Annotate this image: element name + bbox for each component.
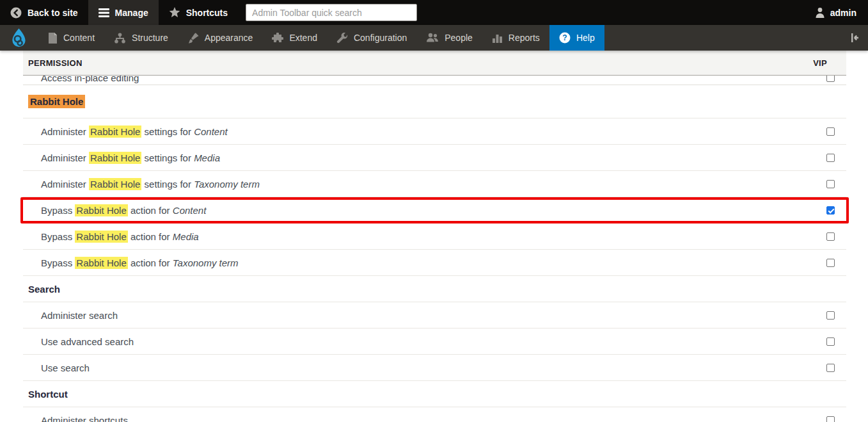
menu-spacer [604,25,837,51]
menu-item-extend[interactable]: Extend [262,25,327,51]
permission-row: Administer Rabbit Hole settings for Taxo… [23,171,846,197]
menu-item-appearance[interactable]: Appearance [178,25,263,51]
user-icon [815,7,825,18]
menu-item-configuration[interactable]: Configuration [327,25,416,51]
back-to-site-button[interactable]: Back to site [0,0,88,25]
checkbox-cell [826,76,835,82]
manage-tab[interactable]: Manage [88,0,159,25]
row-label: Bypass Rabbit Hole action for Media [41,231,199,242]
user-menu[interactable]: admin [803,0,868,25]
vip-permission-checkbox[interactable] [826,364,835,372]
menu-item-label: People [445,33,473,43]
row-label: Use advanced search [41,336,134,347]
menu-item-label: Extend [289,33,317,43]
vip-permission-checkbox[interactable] [826,154,835,162]
menu-item-help[interactable]: ?Help [549,25,604,51]
permission-row: Bypass Rabbit Hole action for Media [23,223,846,250]
permission-row: Use search [23,355,846,381]
vip-permission-checkbox[interactable] [826,311,835,320]
row-label: Search [28,284,60,295]
permission-row: Bypass Rabbit Hole action for Taxonomy t… [23,250,846,276]
toolbar-collapse-icon[interactable] [837,25,868,51]
menu-item-structure[interactable]: Structure [104,25,178,51]
vip-permission-checkbox[interactable] [826,232,835,241]
username-label: admin [830,8,856,18]
find-highlight: Rabbit Hole [75,257,127,269]
row-label: Administer Rabbit Hole settings for Cont… [41,126,228,137]
vip-permission-checkbox[interactable] [826,259,835,267]
file-icon [48,33,58,44]
menu-item-label: Appearance [205,33,253,43]
permission-row: Administer Rabbit Hole settings for Cont… [23,118,846,145]
row-label: Use search [41,362,90,373]
vip-permission-checkbox[interactable] [826,416,835,422]
permission-row: Administer shortcuts [23,407,846,422]
section-row: Rabbit Hole [23,85,846,118]
checkbox-cell [826,206,835,215]
table-header: PERMISSION VIP [23,51,846,76]
checkbox-cell [826,154,835,162]
menu-item-label: Structure [132,33,168,43]
row-label: Access in-place editing [41,76,139,83]
vip-permission-checkbox[interactable] [826,76,835,82]
table-body: Access in-place editingRabbit HoleAdmini… [23,76,846,422]
hamburger-icon [99,8,109,17]
wrench-icon [336,33,348,44]
permission-row: Use advanced search [23,329,846,355]
admin-toolbar-search-input[interactable] [246,4,417,21]
permission-row: Administer search [23,302,846,329]
permission-row: Bypass Rabbit Hole action for Content [20,197,849,223]
shortcuts-tab[interactable]: Shortcuts [159,0,238,25]
paintbrush-icon [187,33,199,44]
section-row: Search [23,276,846,302]
svg-text:?: ? [562,33,567,42]
drupal-logo[interactable] [0,25,38,51]
row-label: Administer Rabbit Hole settings for Taxo… [41,179,260,190]
checkbox-cell [826,232,835,241]
checkbox-cell [826,127,835,136]
puzzle-icon [272,33,283,44]
row-label: Bypass Rabbit Hole action for Content [41,205,206,216]
menu-item-label: Reports [509,33,540,43]
vip-permission-checkbox[interactable] [826,127,835,136]
menu-item-people[interactable]: People [416,25,482,51]
find-highlight: Rabbit Hole [89,178,141,190]
checkbox-cell [826,364,835,372]
find-highlight: Rabbit Hole [89,126,141,138]
vip-permission-checkbox[interactable] [826,180,835,188]
menu-item-label: Configuration [354,33,407,43]
permissions-table: PERMISSION VIP Access in-place editingRa… [23,51,846,422]
help-icon: ? [559,32,571,44]
menu-item-label: Content [63,33,95,43]
vip-permission-checkbox[interactable] [826,206,835,215]
find-highlight: Rabbit Hole [89,152,141,164]
admin-toolbar: Back to site Manage Shortcuts admin [0,0,868,25]
permission-column-header: PERMISSION [23,58,83,68]
permission-row: Access in-place editing [23,76,846,85]
checkbox-cell [826,337,835,346]
star-icon [169,7,180,18]
row-label: Administer Rabbit Hole settings for Medi… [41,152,220,163]
find-highlight-active: Rabbit Hole [28,95,85,108]
vip-permission-checkbox[interactable] [826,337,835,346]
row-label: Shortcut [28,389,68,400]
sitemap-icon [114,33,126,44]
checkbox-cell [826,416,835,422]
menu-item-label: Help [576,33,595,43]
barchart-icon [492,33,503,43]
vip-column-header: VIP [813,58,846,68]
back-to-site-label: Back to site [28,8,78,18]
find-highlight: Rabbit Hole [75,204,127,216]
menu-item-reports[interactable]: Reports [482,25,549,51]
permission-row: Administer Rabbit Hole settings for Medi… [23,145,846,171]
row-label: Administer search [41,310,118,321]
row-label: Rabbit Hole [28,96,85,107]
back-arrow-icon [10,7,22,19]
row-label: Bypass Rabbit Hole action for Taxonomy t… [41,257,239,268]
toolbar-spacer [417,0,803,25]
people-icon [426,33,439,43]
admin-menu-items: ContentStructureAppearanceExtendConfigur… [38,25,604,51]
menu-item-content[interactable]: Content [38,25,104,51]
shortcuts-label: Shortcuts [186,8,228,18]
admin-menu-bar: ContentStructureAppearanceExtendConfigur… [0,25,868,51]
